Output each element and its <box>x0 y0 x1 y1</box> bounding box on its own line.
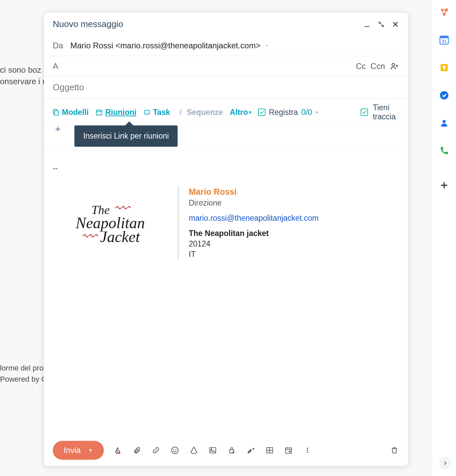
background-fragment: ci sono boz onservare i r <box>0 64 45 87</box>
svg-point-29 <box>442 66 446 69</box>
insert-drive-icon[interactable] <box>189 446 199 455</box>
signature-email[interactable]: mario.rossi@theneapolitanjacket.com <box>189 213 319 223</box>
calendar-icon <box>95 109 103 116</box>
svg-point-20 <box>307 450 308 451</box>
email-body[interactable]: -- The 〰 Neapolitan 〰 Jacket Mario Rossi… <box>44 150 408 435</box>
send-button[interactable]: Invia ▼ <box>53 441 104 460</box>
schedule-send-icon[interactable] <box>284 446 293 455</box>
collapse-panel-icon[interactable] <box>439 457 451 469</box>
sequence-icon <box>177 109 184 116</box>
svg-rect-6 <box>180 112 182 113</box>
add-contact-icon[interactable] <box>390 62 399 71</box>
sequenze-button[interactable]: Sequenze <box>177 108 223 117</box>
signature-divider <box>178 186 179 260</box>
format-text-icon[interactable] <box>113 446 123 455</box>
signature-postal: 20124 <box>189 239 319 249</box>
to-label[interactable]: A <box>53 62 66 71</box>
svg-point-10 <box>174 449 174 450</box>
side-panel: 31 <box>432 0 456 476</box>
compose-header: Nuovo messaggio <box>44 13 408 35</box>
modelli-label: Modelli <box>62 108 89 117</box>
subject-input[interactable] <box>53 82 399 93</box>
signature-block: The 〰 Neapolitan 〰 Jacket Mario Rossi Di… <box>53 186 399 260</box>
task-icon <box>143 109 151 116</box>
minimize-button[interactable] <box>363 21 371 28</box>
phone-sidebar-icon[interactable] <box>438 145 450 157</box>
tasks-sidebar-icon[interactable] <box>438 89 450 101</box>
send-label: Invia <box>64 446 81 455</box>
task-button[interactable]: Task <box>143 108 170 117</box>
svg-point-21 <box>307 452 308 453</box>
more-options-icon[interactable] <box>303 446 312 455</box>
expand-button[interactable] <box>378 21 385 28</box>
chevron-down-icon: ▾ <box>249 110 251 115</box>
riunioni-button[interactable]: Riunioni <box>95 108 136 117</box>
riunioni-tooltip: Inserisci Link per riunioni <box>74 125 178 147</box>
from-label: Da <box>53 41 66 50</box>
background-fragment-bottom: lorme del pro Powered by C <box>0 362 47 385</box>
riunioni-label: Riunioni <box>105 108 136 117</box>
signature-details: Mario Rossi Direzione mario.rossi@thenea… <box>189 186 319 260</box>
signature-separator: -- <box>53 164 399 173</box>
keep-sidebar-icon[interactable] <box>438 62 450 74</box>
svg-point-32 <box>442 120 446 123</box>
svg-point-9 <box>172 447 178 454</box>
hubspot-toolbar: Modelli Riunioni Task Sequenze Altro ▾ <box>44 98 408 126</box>
insert-image-icon[interactable] <box>208 446 218 455</box>
from-dropdown-icon[interactable] <box>265 43 269 48</box>
registra-count: 0/0 <box>301 108 312 117</box>
svg-rect-2 <box>54 111 58 115</box>
task-label: Task <box>153 108 170 117</box>
registra-checkbox[interactable] <box>258 109 266 116</box>
signature-role: Direzione <box>189 198 319 208</box>
ai-sparkle-icon[interactable] <box>53 125 62 134</box>
svg-rect-8 <box>116 453 120 454</box>
templates-icon <box>52 109 60 116</box>
close-button[interactable] <box>392 21 399 28</box>
track-checkbox[interactable] <box>361 109 368 116</box>
ccn-button[interactable]: Ccn <box>370 62 385 71</box>
calendar-sidebar-icon[interactable]: 31 <box>438 34 450 46</box>
insert-signature-icon[interactable] <box>246 446 255 455</box>
signature-country: IT <box>189 249 319 260</box>
confidential-mode-icon[interactable] <box>227 446 236 455</box>
svg-point-11 <box>176 449 176 450</box>
registra-dropdown-icon[interactable]: ▾ <box>316 110 318 115</box>
svg-point-0 <box>392 64 394 66</box>
altro-button[interactable]: Altro ▾ <box>230 108 251 117</box>
layout-icon[interactable] <box>265 446 274 455</box>
track-label: Tieni traccia <box>373 103 400 121</box>
compose-window: Nuovo messaggio Da Mario Rossi <mario.ro… <box>44 13 408 466</box>
hubspot-sidebar-icon[interactable] <box>438 6 450 18</box>
from-value[interactable]: Mario Rossi <mario.rossi@theneapolitanja… <box>70 41 260 50</box>
insert-link-icon[interactable] <box>151 446 161 455</box>
compose-footer: Invia ▼ <box>44 435 408 466</box>
discard-draft-icon[interactable] <box>390 446 399 455</box>
signature-name: Mario Rossi <box>189 186 319 198</box>
from-row: Da Mario Rossi <mario.rossi@theneapolita… <box>44 35 408 56</box>
sequenze-label: Sequenze <box>187 108 223 117</box>
svg-text:31: 31 <box>442 39 447 44</box>
altro-label: Altro <box>230 108 248 117</box>
registra-label: Registra <box>269 108 298 117</box>
signature-company: The Neapolitan jacket <box>189 228 319 239</box>
compose-title: Nuovo messaggio <box>53 19 123 29</box>
registra-group[interactable]: Registra 0/0 ▾ <box>258 108 318 117</box>
svg-rect-17 <box>286 448 292 453</box>
send-dropdown-icon[interactable]: ▼ <box>88 448 93 453</box>
svg-point-23 <box>445 8 448 11</box>
svg-point-15 <box>232 451 234 453</box>
modelli-button[interactable]: Modelli <box>52 108 89 117</box>
insert-emoji-icon[interactable] <box>170 446 180 455</box>
cc-button[interactable]: Cc <box>356 62 366 71</box>
to-row: A Cc Ccn <box>44 56 408 77</box>
svg-rect-18 <box>289 451 290 452</box>
track-group[interactable]: Tieni traccia <box>361 103 400 121</box>
add-app-icon[interactable] <box>438 179 450 191</box>
svg-rect-26 <box>440 36 448 38</box>
attach-file-icon[interactable] <box>132 446 142 455</box>
svg-point-31 <box>440 91 448 100</box>
contacts-sidebar-icon[interactable] <box>438 117 450 129</box>
svg-rect-7 <box>180 114 182 115</box>
svg-rect-3 <box>96 110 102 115</box>
